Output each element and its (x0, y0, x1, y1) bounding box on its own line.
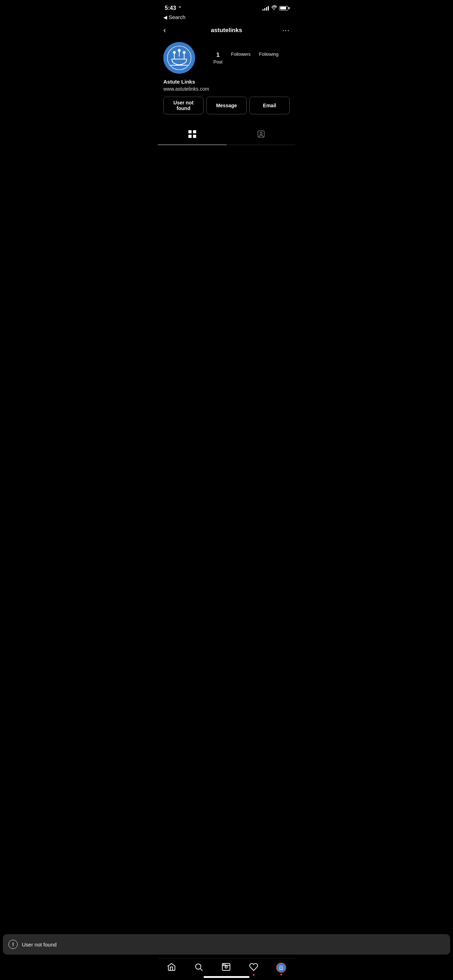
following-label: Following (259, 51, 278, 57)
followers-label: Followers (231, 51, 251, 57)
svg-point-2 (178, 49, 181, 52)
header-back-button[interactable]: ‹ (163, 26, 176, 35)
tab-grid[interactable] (158, 126, 227, 145)
svg-point-14 (260, 132, 262, 134)
battery-icon (279, 6, 288, 11)
profile-tabs (158, 126, 295, 145)
signal-bars-icon (262, 6, 269, 11)
stat-following[interactable]: Following (259, 51, 278, 65)
more-options-button[interactable]: ··· (277, 26, 290, 35)
grid-icon (188, 130, 197, 140)
tagged-icon (257, 130, 265, 140)
message-button[interactable]: Message (207, 97, 246, 114)
profile-username: astutelinks (211, 27, 242, 34)
profile-info: 1 Post Followers Following Astute Links … (158, 41, 295, 126)
svg-rect-11 (188, 135, 192, 138)
status-left: 5:43 ⌃ (165, 5, 182, 11)
posts-count: 1 (216, 51, 219, 59)
profile-website[interactable]: www.astutelinks.com (163, 86, 290, 92)
status-right (262, 5, 288, 11)
profile-stats: 1 Post Followers Following (202, 51, 290, 65)
profile-header: ‹ astutelinks ··· (158, 23, 295, 41)
status-time: 5:43 (165, 5, 176, 11)
svg-rect-12 (193, 135, 196, 138)
content-area (158, 146, 295, 287)
user-not-found-button[interactable]: User not found (163, 97, 203, 114)
svg-point-3 (183, 51, 186, 54)
email-button[interactable]: Email (250, 97, 290, 114)
stat-followers[interactable]: Followers (231, 51, 251, 65)
location-icon: ⌃ (178, 6, 182, 11)
tab-tagged[interactable] (227, 126, 295, 145)
back-nav[interactable]: ◀ Search (158, 13, 295, 23)
back-search-label[interactable]: Search (168, 14, 186, 20)
stat-posts[interactable]: 1 Post (213, 51, 223, 65)
svg-rect-10 (193, 130, 196, 134)
display-name: Astute Links (163, 79, 290, 85)
posts-label: Post (213, 59, 223, 65)
svg-rect-9 (188, 130, 192, 134)
wifi-icon (271, 5, 277, 11)
status-bar: 5:43 ⌃ (158, 0, 295, 13)
svg-rect-13 (258, 131, 264, 137)
profile-top: 1 Post Followers Following (163, 42, 290, 74)
svg-point-1 (173, 51, 176, 54)
avatar (163, 42, 195, 74)
action-buttons: User not found Message Email (163, 97, 290, 114)
back-arrow-icon: ◀ (163, 14, 167, 20)
